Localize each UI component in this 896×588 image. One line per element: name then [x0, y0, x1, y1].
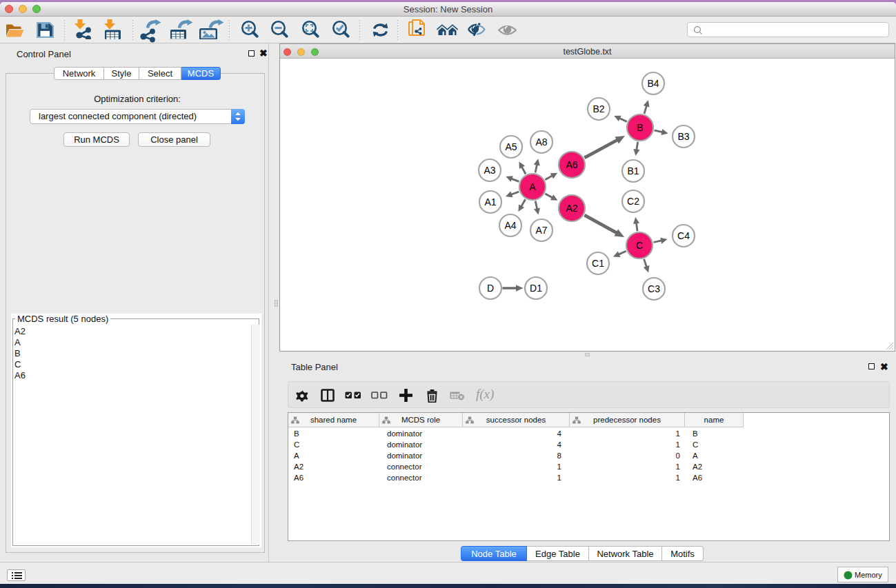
svg-text:A1: A1 — [484, 196, 496, 207]
svg-text:A3: A3 — [484, 165, 495, 176]
svg-text:C3: C3 — [648, 283, 660, 294]
svg-text:A8: A8 — [535, 136, 547, 148]
svg-text:C1: C1 — [592, 258, 604, 269]
svg-text:B1: B1 — [627, 165, 639, 176]
svg-text:B: B — [637, 122, 643, 133]
svg-text:A6: A6 — [566, 159, 577, 170]
svg-text:D: D — [487, 283, 494, 294]
svg-text:A4: A4 — [504, 220, 516, 231]
svg-text:A5: A5 — [505, 141, 517, 152]
svg-text:C4: C4 — [677, 230, 690, 241]
svg-text:C2: C2 — [627, 196, 639, 207]
svg-text:D1: D1 — [530, 283, 542, 294]
svg-text:A7: A7 — [535, 225, 547, 236]
svg-text:A: A — [529, 181, 536, 192]
svg-text:B4: B4 — [647, 78, 659, 89]
svg-text:B3: B3 — [677, 131, 689, 142]
svg-text:C: C — [636, 240, 643, 251]
svg-text:B2: B2 — [593, 103, 604, 114]
svg-text:A2: A2 — [566, 203, 577, 214]
